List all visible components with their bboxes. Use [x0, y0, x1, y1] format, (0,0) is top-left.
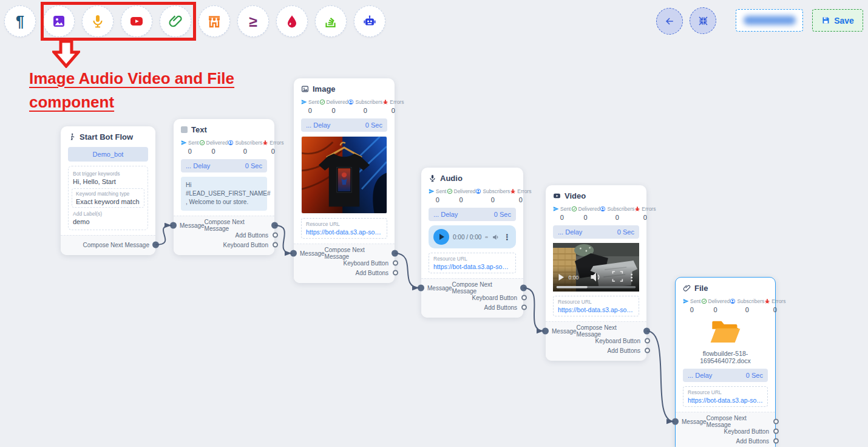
- component-audio-button[interactable]: [82, 5, 114, 37]
- delay-setting[interactable]: ... Delay 0 Sec: [301, 118, 387, 132]
- node-title: Audio: [429, 174, 516, 183]
- port-message-in[interactable]: [418, 285, 424, 292]
- bug-icon: [262, 140, 268, 146]
- port-keyboard-button[interactable]: [773, 429, 779, 434]
- audio-play-button[interactable]: [433, 229, 449, 245]
- delay-value: 0 Sec: [365, 121, 382, 129]
- node-footer: Compose Next Message: [61, 235, 155, 255]
- back-button[interactable]: [656, 8, 683, 35]
- image-node[interactable]: Image Sent0 Delivered0 Subscribers0 Erro…: [294, 78, 395, 283]
- delay-label: ... Delay: [306, 121, 330, 129]
- port-message-in[interactable]: [170, 222, 177, 229]
- volume-icon[interactable]: [492, 233, 500, 241]
- port-compose-next-message[interactable]: [152, 242, 159, 248]
- stat-delivered: Delivered0: [571, 206, 600, 221]
- image-preview-tshirt[interactable]: [301, 136, 387, 214]
- video-preview-player[interactable]: 0:00: [553, 243, 639, 292]
- fit-view-button[interactable]: [690, 7, 716, 34]
- stat-subscribers: Subscribers0: [228, 140, 262, 155]
- file-node[interactable]: File Sent0 Delivered0 Subscribers0 Error…: [675, 277, 776, 447]
- field-add-labels[interactable]: Add Label(s) demo: [73, 210, 143, 227]
- stat-subscribers: Subscribers0: [348, 99, 382, 114]
- node-footer: Message Compose Next Message Add Buttons…: [174, 216, 274, 255]
- person-circle-icon: [348, 99, 354, 105]
- component-sequence-button[interactable]: [315, 5, 347, 37]
- message-preview[interactable]: Hi #LEAD_USER_FIRST_NAME# , Welcome to o…: [181, 177, 267, 211]
- component-ai-button[interactable]: [354, 5, 385, 37]
- droplet-icon: [285, 14, 299, 29]
- field-value: Hi, Hello, Start: [73, 178, 143, 185]
- stat-delivered: Delivered0: [447, 188, 476, 203]
- folder-open-icon: [710, 318, 741, 345]
- port-label-message: Message: [300, 250, 325, 257]
- port-add-buttons[interactable]: [273, 233, 278, 238]
- port-message-in[interactable]: [290, 250, 297, 257]
- check-circle-icon: [447, 188, 453, 194]
- port-label-message: Message: [180, 222, 205, 229]
- file-attachment[interactable]: [683, 318, 768, 347]
- port-add-buttons[interactable]: [393, 270, 398, 276]
- component-text-button[interactable]: ¶: [4, 5, 36, 37]
- port-label-add-buttons: Add Buttons: [484, 304, 517, 311]
- resource-url-link[interactable]: https://bot-data.s3.ap-southeast-1.wasab…: [306, 228, 382, 236]
- delay-label: ... Delay: [688, 372, 712, 379]
- stack-icon: [324, 14, 338, 29]
- port-add-buttons[interactable]: [773, 438, 779, 444]
- stat-subscribers: Subscribers0: [475, 188, 510, 203]
- file-name: flowbuilder-518-1695464072.docx: [683, 350, 768, 364]
- port-keyboard-button[interactable]: [521, 295, 527, 301]
- send-icon: [683, 298, 689, 304]
- port-add-buttons[interactable]: [521, 305, 527, 310]
- resource-url-label: Resource URL: [306, 221, 382, 227]
- port-compose-next-message[interactable]: [271, 222, 278, 229]
- port-label-compose-next: Compose Next Message: [83, 242, 150, 248]
- audio-node[interactable]: Audio Sent0 Delivered0 Subscribers0 Erro…: [421, 168, 523, 318]
- audio-player: 0:00 / 0:00 ⋮: [429, 225, 516, 248]
- delay-setting[interactable]: ... Delay 0 Sec: [553, 225, 639, 239]
- component-image-button[interactable]: [43, 5, 75, 37]
- component-video-button[interactable]: [121, 5, 152, 37]
- resource-url-link[interactable]: https://bot-data.s3.ap-southeast-1.wasab…: [688, 397, 763, 404]
- port-keyboard-button[interactable]: [645, 338, 650, 344]
- port-compose-next-message[interactable]: [520, 285, 527, 292]
- node-title: Start Bot Flow: [68, 132, 148, 142]
- video-node[interactable]: Video Sent0 Delivered0 Subscribers0 Erro…: [546, 185, 646, 361]
- component-file-button[interactable]: [160, 5, 191, 37]
- delay-setting[interactable]: ... Delay 0 Sec: [181, 159, 267, 172]
- bot-name-button[interactable]: Demo_bot: [68, 147, 148, 162]
- component-drip-button[interactable]: [276, 5, 308, 37]
- port-keyboard-button[interactable]: [273, 242, 278, 248]
- component-ecommerce-button[interactable]: [198, 5, 230, 37]
- port-compose-next-message[interactable]: [773, 419, 779, 425]
- video-icon: [553, 192, 561, 200]
- save-label: Save: [834, 16, 854, 26]
- port-keyboard-button[interactable]: [393, 261, 398, 266]
- resource-url-link[interactable]: https://bot-data.s3.ap-southeast-1.wasab…: [558, 306, 634, 313]
- video-time: 0:00: [569, 275, 579, 281]
- port-label-add-buttons: Add Buttons: [736, 438, 769, 445]
- port-compose-next-message[interactable]: [392, 250, 398, 257]
- image-icon: [52, 14, 66, 29]
- send-icon: [301, 99, 307, 105]
- delay-setting[interactable]: ... Delay 0 Sec: [683, 369, 768, 382]
- port-add-buttons[interactable]: [645, 348, 650, 353]
- audio-menu-icon[interactable]: ⋮: [503, 233, 511, 242]
- resource-url-field: Resource URL https://bot-data.s3.ap-sout…: [553, 296, 639, 316]
- annotation-arrow-down-icon: [52, 40, 80, 68]
- component-condition-button[interactable]: ≥: [237, 5, 269, 37]
- port-message-in[interactable]: [542, 328, 549, 335]
- redacted-action-button[interactable]: [736, 9, 803, 32]
- resource-url-link[interactable]: https://bot-data.s3.ap-southeast-1.wasab…: [433, 263, 511, 270]
- port-compose-next-message[interactable]: [643, 328, 650, 335]
- delay-setting[interactable]: ... Delay 0 Sec: [429, 208, 516, 221]
- port-label-message: Message: [682, 418, 707, 425]
- field-keyword-matching-type[interactable]: Keyword matching type Exact keyword matc…: [72, 188, 144, 208]
- person-circle-icon: [228, 140, 234, 146]
- port-message-in[interactable]: [672, 418, 679, 425]
- audio-progress-bar[interactable]: [485, 236, 488, 238]
- field-bot-trigger-keywords[interactable]: Bot trigger keywords Hi, Hello, Start: [73, 169, 143, 186]
- save-button[interactable]: Save: [812, 9, 863, 32]
- port-label-message: Message: [552, 328, 577, 335]
- text-node[interactable]: Text Sent0 Delivered0 Subscribers0 Error…: [174, 119, 274, 255]
- start-bot-flow-node[interactable]: Start Bot Flow Demo_bot Bot trigger keyw…: [61, 126, 155, 255]
